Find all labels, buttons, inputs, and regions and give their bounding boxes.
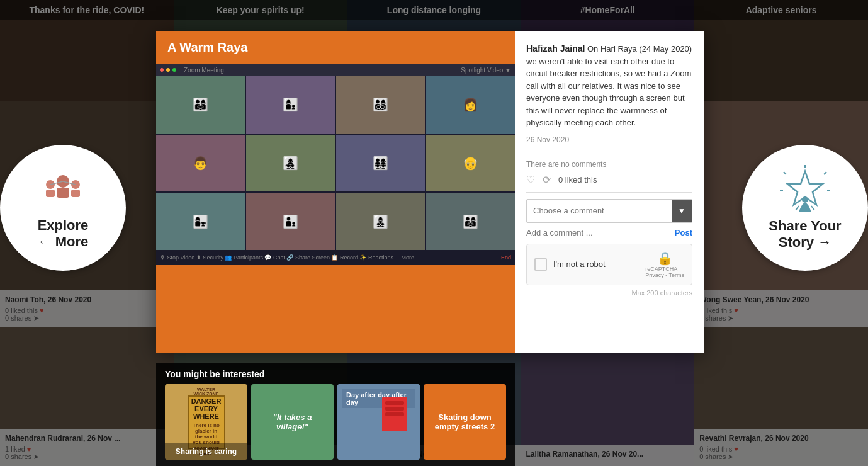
ymi-card-label-1: Sharing is caring (165, 443, 247, 460)
like-button[interactable]: ♡ (526, 174, 535, 186)
svg-line-16 (811, 206, 814, 210)
recaptcha-checkbox[interactable] (534, 258, 547, 271)
svg-line-12 (784, 172, 786, 174)
comment-choose-arrow[interactable]: ▼ (672, 200, 692, 222)
you-might-title: You might be interested (165, 369, 506, 379)
max-chars-label: Max 200 characters (526, 289, 692, 297)
share-story-button[interactable]: Share Your Story → (742, 145, 868, 271)
svg-point-14 (802, 196, 808, 203)
share-button[interactable]: ⟳ (543, 174, 551, 186)
story-date: 26 Nov 2020 (526, 135, 692, 144)
ymi-book: WALTER WICK ZONE DANGER EVERY WHERE Ther… (188, 395, 225, 449)
recaptcha-label: I'm not a robot (553, 259, 606, 269)
you-might-section: You might be interested WALTER WICK ZONE… (156, 363, 515, 466)
zoom-participant-grid: 👨‍👩‍👧 👩‍👦 👨‍👩‍👦‍👦 👩 👨 👩‍👧‍👦 👨‍👩‍👧‍👧 👴 👩‍… (156, 76, 515, 250)
recaptcha-brand: reCAPTCHAPrivacy - Terms (645, 266, 684, 278)
zoom-top-bar: Zoom Meeting Spotlight Video ▼ (156, 64, 515, 76)
modal-right-panel: Hafizah Jainal On Hari Raya (24 May 2020… (515, 31, 704, 353)
zoom-cell-4: 👩 (426, 76, 515, 134)
svg-rect-1 (57, 188, 69, 198)
ymi-card-4[interactable]: Skating down empty streets 2 (424, 384, 506, 460)
share-icon (780, 165, 830, 218)
explore-more-button[interactable]: Explore ← More (0, 145, 126, 271)
divider-2 (526, 192, 692, 193)
zoom-cell-6: 👩‍👧‍👦 (246, 135, 335, 192)
add-comment-input[interactable] (526, 228, 670, 237)
story-modal: A Warm Raya Zoom Meeting Spotlight Video… (156, 31, 704, 353)
zoom-cell-11: 👩‍👦‍👦 (336, 193, 425, 250)
ymi-quote: "It takes a village!" (256, 412, 329, 431)
you-might-cards: WALTER WICK ZONE DANGER EVERY WHERE Ther… (165, 384, 506, 460)
story-author: Hafizah Jainal (526, 43, 585, 54)
liked-count: 0 liked this (558, 175, 597, 185)
modal-story-title: A Warm Raya (156, 31, 515, 64)
svg-line-15 (796, 206, 799, 210)
story-content: Hafizah Jainal On Hari Raya (24 May 2020… (526, 43, 692, 129)
recaptcha-logo: 🔒 (657, 251, 673, 266)
modal-left-bottom (156, 265, 515, 303)
zoom-cell-1: 👨‍👩‍👧 (156, 76, 245, 134)
modal-left-panel: A Warm Raya Zoom Meeting Spotlight Video… (156, 31, 515, 353)
like-row: ♡ ⟳ 0 liked this (526, 174, 692, 186)
add-comment-row: Post (526, 228, 692, 237)
zoom-cell-2: 👩‍👦 (246, 76, 335, 134)
comment-choose-input[interactable] (527, 201, 672, 220)
ymi-card-3[interactable]: Day after day after day (337, 384, 420, 460)
story-body: On Hari Raya (24 May 2020) we weren't ab… (526, 44, 692, 127)
zoom-cell-9: 👩‍👧 (156, 193, 245, 250)
ymi-card-label-4: Skating down empty streets 2 (429, 412, 501, 431)
no-comments-label: There are no comments (526, 160, 692, 169)
post-button[interactable]: Post (675, 228, 692, 237)
divider-1 (526, 151, 692, 151)
comment-chooser[interactable]: ▼ (526, 199, 692, 223)
zoom-cell-7: 👨‍👩‍👧‍👧 (336, 135, 425, 192)
zoom-bottom-bar: 🎙 Stop Video ⬆ Security 👥 Participants 💬… (156, 250, 515, 265)
zoom-cell-3: 👨‍👩‍👦‍👦 (336, 76, 425, 134)
zoom-cell-8: 👴 (426, 135, 515, 192)
zoom-cell-5: 👨 (156, 135, 245, 192)
share-label: Share Your Story → (769, 218, 841, 251)
modal-zoom-image: Zoom Meeting Spotlight Video ▼ 👨‍👩‍👧 👩‍👦… (156, 64, 515, 265)
explore-icon (41, 166, 85, 212)
ymi-card-1[interactable]: WALTER WICK ZONE DANGER EVERY WHERE Ther… (165, 384, 247, 460)
svg-line-10 (824, 172, 826, 174)
svg-rect-5 (71, 190, 80, 197)
zoom-cell-10: 👨‍👦 (246, 193, 335, 250)
recaptcha-widget[interactable]: I'm not a robot 🔒 reCAPTCHAPrivacy - Ter… (526, 244, 692, 285)
svg-rect-3 (46, 190, 55, 197)
ymi-card-2[interactable]: "It takes a village!" (251, 384, 334, 460)
explore-label: Explore ← More (38, 217, 89, 251)
zoom-cell-12: 👨‍👩‍👧 (426, 193, 515, 250)
